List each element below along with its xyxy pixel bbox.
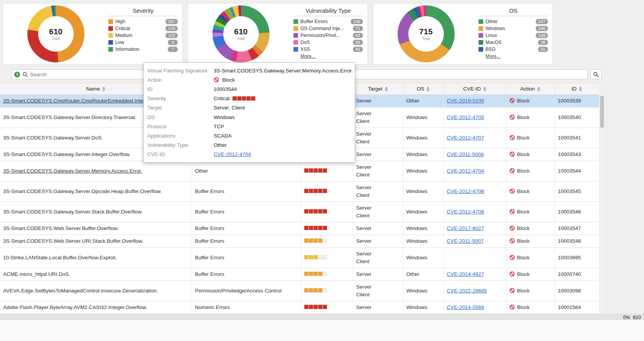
cell-cve: CVE-2011-5007 <box>443 235 506 248</box>
table-row[interactable]: Adobe.Flash.Player.ByteArray.AVM2.CASI32… <box>0 301 599 314</box>
cell-target: ServerClient <box>353 181 403 202</box>
table-row[interactable]: 3S-Smart.CODESYS.Web.Server.Buffer.Overf… <box>0 222 599 235</box>
search-icon <box>593 72 599 77</box>
column-header-os[interactable]: OS <box>403 83 443 95</box>
cve-link[interactable]: CVE-2012-4705 <box>447 114 484 120</box>
legend-item[interactable]: Other247 <box>479 18 548 25</box>
signature-name[interactable]: AVEVA.Edge.SetBytesToManagedControl.Inse… <box>3 288 158 294</box>
cell-target: ServerClient <box>353 202 403 222</box>
donut-chart-vulnerability-type: 610Total <box>188 5 293 62</box>
donut-ring[interactable]: 715Total <box>398 5 455 62</box>
signature-name[interactable]: 3S-Smart.CODESYS.Web.Server.Buffer.Overf… <box>3 225 119 231</box>
table-row[interactable]: 3S-Smart.CODESYS.Gateway.Server.Memory.A… <box>0 161 599 181</box>
column-header-action[interactable]: Action <box>506 83 555 95</box>
severity-square <box>242 96 246 101</box>
cve-link[interactable]: CVE-2014-4927 <box>447 271 484 277</box>
legend-swatch <box>293 19 298 24</box>
cell-os: Windows <box>403 248 443 268</box>
cell-vulnerability-type: Buffer Errors <box>192 268 301 281</box>
legend-swatch <box>479 47 483 52</box>
table-row[interactable]: ACME.micro_httpd.URI.DoS.Buffer ErrorsSe… <box>0 268 599 281</box>
donut-ring[interactable]: 610Total <box>27 5 84 62</box>
cell-severity <box>301 281 353 301</box>
table-row[interactable]: 3S-Smart.CODESYS.Web.Server.URI.Stack.Bu… <box>0 235 599 248</box>
vertical-scrollbar[interactable] <box>600 95 604 312</box>
cell-action: Block <box>506 202 555 222</box>
table-row[interactable]: AVEVA.Edge.SetBytesToManagedControl.Inse… <box>0 281 599 301</box>
legend-item[interactable]: DoS56 <box>293 39 363 46</box>
signature-name[interactable]: 3S-Smart.CODESYS.Gateway.Server.Stack.Bu… <box>3 209 143 215</box>
column-header-target[interactable]: Target <box>353 83 403 95</box>
severity-square <box>304 288 309 292</box>
signature-name[interactable]: ACME.micro_httpd.URI.DoS. <box>3 271 70 277</box>
target-line: Server <box>356 237 400 245</box>
cve-link[interactable]: CVE-2012-4707 <box>447 135 484 141</box>
sort-up-arrow <box>579 87 582 89</box>
target-line: Client <box>356 191 400 199</box>
cell-cve: CVE-2019-5105 <box>443 95 506 108</box>
table-row[interactable]: 10-Strike.LANState.Local.Buffer.Overflow… <box>0 248 599 268</box>
cell-name: 10-Strike.LANState.Local.Buffer.Overflow… <box>0 248 192 268</box>
tooltip-field-label: Action <box>147 77 214 83</box>
table-row[interactable]: 3S-Smart.CODESYS.Gateway.Server.Stack.Bu… <box>0 202 599 222</box>
legend-item[interactable]: Permission/Privil...63 <box>293 32 363 39</box>
scrollbar-thumb[interactable] <box>600 96 604 128</box>
column-header-id[interactable]: ID <box>555 83 599 95</box>
legend-item[interactable]: Critical175 <box>108 25 178 32</box>
severity-square <box>318 272 322 276</box>
cell-os: Other <box>403 268 443 281</box>
severity-square <box>251 96 255 101</box>
legend-item[interactable]: Medium122 <box>108 32 178 39</box>
legend-item[interactable]: BSD21 <box>479 46 548 53</box>
cell-vulnerability-type: Other <box>192 161 301 181</box>
severity-square <box>309 305 313 309</box>
legend-item[interactable]: Buffer Errors148 <box>293 18 363 25</box>
legend-count-badge: 246 <box>536 26 548 31</box>
table-row[interactable]: 3S-Smart.CODESYS.Gateway.Server.Opcode.H… <box>0 181 599 202</box>
cve-link[interactable]: CVE-2022-28685 <box>447 288 487 294</box>
cve-link[interactable]: CVE-2019-5105 <box>447 98 484 104</box>
signature-name[interactable]: 3S-Smart.CODESYS.Gateway.Server.DoS. <box>3 135 103 141</box>
search-button[interactable] <box>590 69 602 79</box>
signature-name[interactable]: 3S-Smart.CODESYS.Gateway.Server.Director… <box>3 114 137 120</box>
column-header-cve[interactable]: CVE-ID <box>443 83 506 95</box>
signature-details-popover: Virtual Patching Signature3S-Smart.CODES… <box>143 62 355 163</box>
signature-name[interactable]: 3S-Smart.CODESYS.Gateway.Server.Memory.A… <box>3 168 142 174</box>
legend-more-link[interactable]: More... <box>300 54 315 59</box>
cell-id: 10003544 <box>555 161 599 181</box>
cve-link[interactable]: CVE-2012-4706 <box>447 188 484 194</box>
legend-item[interactable]: Information7 <box>108 46 178 53</box>
tooltip-row: SeverityCritical <box>147 94 355 103</box>
legend-item[interactable]: Linux139 <box>479 32 548 39</box>
severity-square <box>323 272 327 276</box>
legend-item[interactable]: High297 <box>108 18 178 25</box>
cve-link[interactable]: CVE-2012-4708 <box>447 209 484 215</box>
cell-name: 3S-Smart.CODESYS.Web.Server.URI.Stack.Bu… <box>0 235 192 248</box>
sort-up-arrow <box>483 87 486 89</box>
add-filter-icon[interactable] <box>14 72 20 77</box>
severity-square <box>309 189 313 193</box>
action-label: Block <box>517 135 530 141</box>
signature-name[interactable]: 3S-Smart.CODESYS.Gateway.Server.Opcode.H… <box>3 188 162 194</box>
legend-item[interactable]: MacOS28 <box>479 39 548 46</box>
signature-name[interactable]: 10-Strike.LANState.Local.Buffer.Overflow… <box>3 255 117 260</box>
cve-link[interactable]: CVE-2011-5008 <box>447 151 484 157</box>
legend-item[interactable]: Low9 <box>108 39 178 46</box>
cell-id: 10003547 <box>555 222 599 235</box>
legend-item[interactable]: OS Command Inje...71 <box>293 25 363 32</box>
legend-item[interactable]: XSS43 <box>293 46 363 53</box>
signature-name[interactable]: 3S-Smart.CODESYS.Gateway.Server.Integer.… <box>3 151 131 157</box>
cve-link[interactable]: CVE-2011-5007 <box>447 238 484 244</box>
donut-ring[interactable]: 610Total <box>212 5 270 62</box>
cve-link[interactable]: CVE-2012-4704 <box>214 151 251 157</box>
cve-link[interactable]: CVE-2014-0569 <box>447 304 484 310</box>
cve-link[interactable]: CVE-2017-6027 <box>447 225 484 231</box>
legend-more-link[interactable]: More... <box>486 54 501 59</box>
cell-cve: CVE-2014-4927 <box>443 268 506 281</box>
signature-name[interactable]: 3S-Smart.CODESYS.Web.Server.URI.Stack.Bu… <box>3 238 143 244</box>
legend-item[interactable]: Windows246 <box>479 25 548 32</box>
cve-link[interactable]: CVE-2012-4704 <box>447 168 484 174</box>
signature-name[interactable]: Adobe.Flash.Player.ByteArray.AVM2.CASI32… <box>3 304 147 310</box>
cell-id: 10003548 <box>555 235 599 248</box>
severity-square <box>237 96 241 101</box>
